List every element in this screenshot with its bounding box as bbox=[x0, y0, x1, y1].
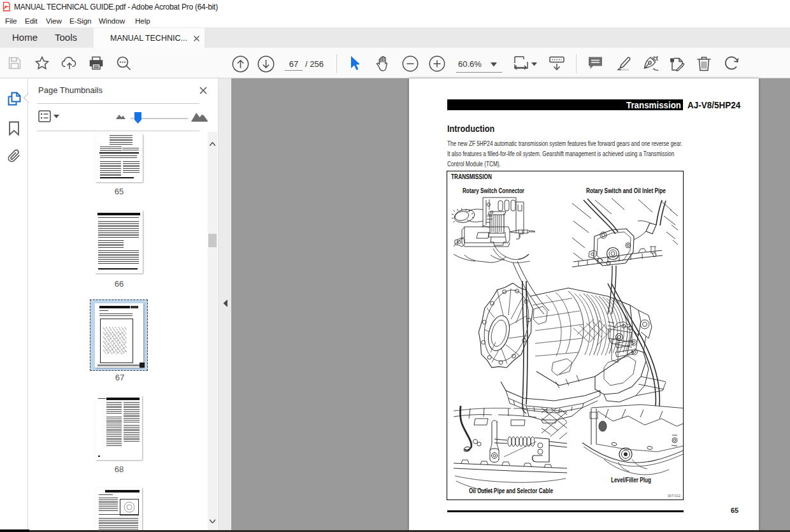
svg-text:TRANSMISSION: TRANSMISSION bbox=[451, 173, 492, 180]
svg-text:Oil Outlet Pipe and Selector C: Oil Outlet Pipe and Selector Cable bbox=[469, 487, 553, 494]
svg-text:Rotary Switch and Oil Inlet Pi: Rotary Switch and Oil Inlet Pipe bbox=[586, 187, 666, 194]
svg-text:Rotary Switch Connector: Rotary Switch Connector bbox=[463, 187, 524, 194]
svg-text:307-012: 307-012 bbox=[668, 494, 680, 498]
svg-text:Level/Filler Plug: Level/Filler Plug bbox=[611, 476, 651, 484]
